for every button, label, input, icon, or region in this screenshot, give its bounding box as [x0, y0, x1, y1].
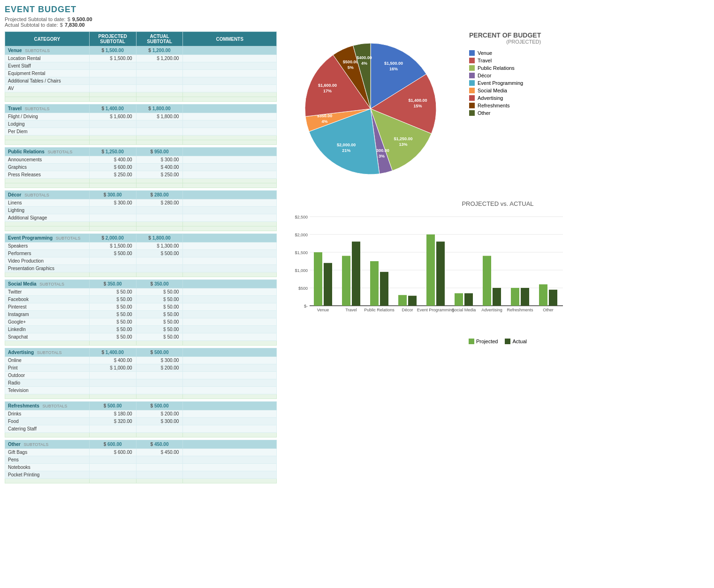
item-name: Pocket Printing — [5, 471, 90, 479]
category-projected: $ 1,400.00 — [89, 348, 136, 357]
category-actual: $ 1,200.00 — [136, 46, 183, 55]
item-actual — [136, 85, 183, 92]
item-projected — [89, 62, 136, 70]
item-comments — [183, 113, 277, 121]
table-row: Food $ 320.00 $ 300.00 — [5, 418, 277, 425]
item-name: Outdoor — [5, 372, 90, 379]
legend-item: Social Media — [469, 88, 541, 93]
item-name: Graphics — [5, 164, 90, 171]
item-comments — [183, 121, 277, 128]
bar-x-label: Social Media — [452, 308, 476, 312]
item-actual: $ 50.00 — [136, 288, 183, 296]
bar-x-label: Public Relations — [364, 308, 395, 312]
legend-label: Social Media — [478, 88, 507, 93]
item-name: Notebooks — [5, 464, 90, 471]
pie-label: $500.00 — [343, 60, 358, 64]
item-comments — [183, 311, 277, 318]
item-actual: $ 50.00 — [136, 296, 183, 303]
category-comments — [183, 440, 277, 449]
bar-x-label: Venue — [317, 308, 329, 312]
category-projected: $ 600.00 — [89, 440, 136, 449]
category-projected: $ 1,250.00 — [89, 148, 136, 156]
empty-cell — [183, 226, 277, 231]
item-comments — [183, 171, 277, 179]
item-comments — [183, 318, 277, 326]
legend-projected: Projected — [469, 339, 498, 344]
table-row: Per Diem — [5, 128, 277, 136]
table-row: Snapchat $ 50.00 $ 50.00 — [5, 333, 277, 341]
legend-label: Other — [478, 110, 491, 116]
empty-cell — [136, 179, 183, 183]
charts-section: $1,500.0016%$1,400.0015%$1,250.0013%$300… — [286, 31, 709, 483]
table-row: Radio — [5, 379, 277, 387]
table-row: Pinterest $ 50.00 $ 50.00 — [5, 303, 277, 311]
item-projected — [89, 70, 136, 77]
item-name: Print — [5, 364, 90, 372]
item-comments — [183, 156, 277, 164]
legend-item: Advertising — [469, 95, 541, 101]
category-comments — [183, 105, 277, 113]
empty-cell — [5, 136, 90, 140]
bar-projected — [370, 261, 379, 306]
empty-row — [5, 136, 277, 140]
item-actual — [136, 372, 183, 379]
item-name: Press Releases — [5, 171, 90, 179]
item-comments — [183, 242, 277, 250]
header-category: CATEGORY — [5, 32, 90, 46]
category-actual: $ 280.00 — [136, 191, 183, 199]
bar-actual — [436, 241, 445, 306]
item-actual: $ 50.00 — [136, 311, 183, 318]
item-projected: $ 50.00 — [89, 303, 136, 311]
legend-item: Travel — [469, 58, 541, 63]
empty-cell — [136, 226, 183, 231]
item-name: Location Rental — [5, 55, 90, 62]
header-comments: COMMENTS — [183, 32, 277, 46]
legend-label: Refreshments — [478, 103, 509, 108]
y-label: $2,000 — [295, 233, 308, 237]
item-comments — [183, 62, 277, 70]
item-comments — [183, 418, 277, 425]
empty-cell — [89, 433, 136, 437]
category-name: Social Media SUBTOTALS — [5, 280, 90, 288]
item-projected — [89, 207, 136, 214]
category-actual: $ 500.00 — [136, 348, 183, 357]
item-name: Instagram — [5, 311, 90, 318]
empty-cell — [5, 226, 90, 231]
bar-actual — [380, 272, 388, 306]
item-projected — [89, 372, 136, 379]
item-actual: $ 1,200.00 — [136, 55, 183, 62]
category-comments — [183, 402, 277, 410]
category-actual: $ 1,800.00 — [136, 105, 183, 113]
table-row: Additional Signage — [5, 214, 277, 222]
category-name: Public Relations SUBTOTALS — [5, 148, 90, 156]
table-row: Lighting — [5, 207, 277, 214]
table-row: Presentation Graphics — [5, 265, 277, 272]
y-label: $500 — [298, 286, 308, 291]
pie-label: $400.00 — [357, 55, 372, 60]
empty-cell — [136, 92, 183, 97]
empty-row — [5, 226, 277, 231]
item-actual — [136, 207, 183, 214]
pie-title-sub: (PROJECTED) — [469, 39, 541, 45]
table-row: Twitter $ 50.00 $ 50.00 — [5, 288, 277, 296]
pie-label: $1,400.00 — [408, 98, 427, 103]
budget-table: CATEGORY PROJECTEDSUBTOTAL ACTUALSUBTOTA… — [5, 31, 277, 483]
item-actual — [136, 387, 183, 394]
empty-cell — [89, 136, 136, 140]
item-actual — [136, 265, 183, 272]
empty-cell — [183, 272, 277, 277]
pie-label: 13% — [399, 142, 407, 147]
item-projected: $ 50.00 — [89, 326, 136, 333]
pie-label: 4% — [361, 61, 367, 66]
legend-color-swatch — [469, 110, 475, 116]
item-comments — [183, 77, 277, 85]
empty-cell — [89, 341, 136, 346]
table-row: Announcements $ 400.00 $ 300.00 — [5, 156, 277, 164]
category-projected: $ 1,400.00 — [89, 105, 136, 113]
category-row: Other SUBTOTALS $ 600.00 $ 450.00 — [5, 440, 277, 449]
pie-chart-section: $1,500.0016%$1,400.0015%$1,250.0013%$300… — [286, 31, 709, 186]
table-row: Performers $ 500.00 $ 500.00 — [5, 250, 277, 257]
table-row: Instagram $ 50.00 $ 50.00 — [5, 311, 277, 318]
item-actual — [136, 464, 183, 471]
item-projected: $ 1,500.00 — [89, 242, 136, 250]
